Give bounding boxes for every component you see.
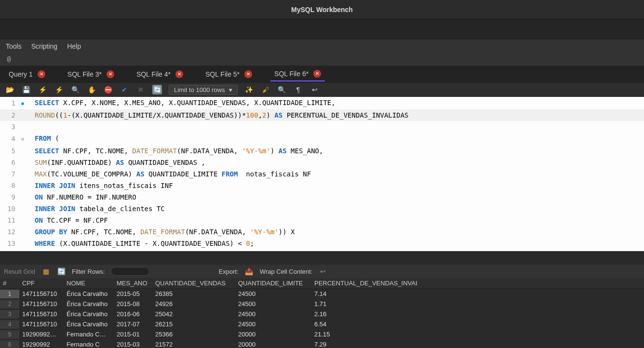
row-number[interactable]: 6 bbox=[0, 340, 19, 348]
row-number[interactable]: 1 bbox=[0, 290, 19, 298]
cell[interactable]: 19290992 bbox=[19, 340, 64, 348]
row-number[interactable]: 3 bbox=[0, 310, 19, 319]
cell[interactable]: 25366 bbox=[152, 330, 235, 339]
table-row[interactable]: 21471156710Érica Carvalho2015-0824926245… bbox=[0, 299, 644, 309]
cell[interactable]: Érica Carvalho bbox=[64, 299, 114, 308]
tab-sql-file-3-[interactable]: SQL File 3*✕ bbox=[64, 67, 118, 81]
cell[interactable]: Érica Carvalho bbox=[64, 320, 114, 329]
cell[interactable]: 20000 bbox=[235, 340, 311, 348]
cell[interactable]: 26385 bbox=[152, 289, 235, 298]
cell[interactable]: Fernando C… bbox=[64, 330, 114, 339]
refresh-icon[interactable]: 🔄 bbox=[56, 267, 66, 276]
sql-editor[interactable]: 1●SELECT X.CPF, X.NOME, X.MES_ANO, X.QUA… bbox=[0, 97, 644, 251]
editor-line[interactable]: 1●SELECT X.CPF, X.NOME, X.MES_ANO, X.QUA… bbox=[0, 97, 644, 109]
tab-sql-file-5-[interactable]: SQL File 5*✕ bbox=[201, 67, 256, 81]
close-tab-icon[interactable]: ✕ bbox=[244, 70, 252, 78]
explain-icon[interactable]: 🔍 bbox=[70, 85, 80, 94]
search-icon[interactable]: 🔍 bbox=[277, 85, 287, 94]
invisible-chars-icon[interactable]: ¶ bbox=[294, 85, 303, 94]
menu-tools[interactable]: Tools bbox=[6, 42, 22, 50]
code-content[interactable]: SELECT X.CPF, X.NOME, X.MES_ANO, X.QUANT… bbox=[29, 97, 335, 109]
result-grid[interactable]: #CPFNOMEMES_ANOQUANTIDADE_VENDASQUANTIDA… bbox=[0, 278, 644, 348]
editor-line[interactable]: 9ON NF.NUMERO = INF.NUMERO bbox=[0, 191, 644, 203]
export-icon[interactable]: 📤 bbox=[244, 267, 254, 276]
cell[interactable]: 2015-01 bbox=[114, 330, 152, 339]
find-icon[interactable]: 🖌 bbox=[261, 85, 270, 94]
row-number[interactable]: 4 bbox=[0, 320, 19, 329]
menu-scripting[interactable]: Scripting bbox=[31, 42, 57, 50]
table-row[interactable]: 31471156710Érica Carvalho2016-0625042245… bbox=[0, 309, 644, 319]
editor-line[interactable]: 8INNER JOIN itens_notas_fiscais INF bbox=[0, 180, 644, 191]
cell[interactable]: 24926 bbox=[152, 299, 235, 308]
stop-on-error-icon[interactable]: ⛔ bbox=[103, 85, 113, 94]
tab-sql-file-4-[interactable]: SQL File 4*✕ bbox=[133, 67, 187, 81]
beautify-icon[interactable]: ✨ bbox=[244, 85, 254, 94]
code-content[interactable]: SELECT NF.CPF, TC.NOME, DATE_FORMAT(NF.D… bbox=[29, 145, 323, 157]
autocommit-icon[interactable]: 🔄 bbox=[152, 85, 162, 94]
cell[interactable]: 19290992… bbox=[19, 330, 64, 339]
code-content[interactable]: INNER JOIN itens_notas_fiscais INF bbox=[29, 180, 173, 191]
cell[interactable]: 1471156710 bbox=[19, 289, 64, 298]
rollback-icon[interactable]: ✖ bbox=[136, 85, 146, 94]
tab-sql-file-6-[interactable]: SQL File 6*✕ bbox=[270, 67, 325, 81]
cell[interactable]: Fernando C bbox=[64, 340, 114, 348]
cell[interactable]: 6.54 bbox=[311, 320, 432, 329]
row-number[interactable]: 2 bbox=[0, 300, 19, 308]
editor-line[interactable]: 7MAX(TC.VOLUME_DE_COMPRA) AS QUANTIDADE_… bbox=[0, 168, 644, 180]
cell[interactable]: 2015-03 bbox=[114, 340, 152, 348]
cell[interactable]: 7.29 bbox=[311, 340, 432, 348]
cell[interactable]: 25042 bbox=[152, 309, 235, 319]
editor-line[interactable]: 3 bbox=[0, 121, 644, 133]
close-tab-icon[interactable]: ✕ bbox=[38, 70, 45, 78]
filter-rows-input[interactable] bbox=[111, 267, 149, 276]
menu-help[interactable]: Help bbox=[67, 42, 81, 50]
cell[interactable]: 20000 bbox=[235, 330, 311, 339]
code-content[interactable] bbox=[29, 121, 35, 133]
close-tab-icon[interactable]: ✕ bbox=[313, 70, 321, 78]
stop-icon[interactable]: ✋ bbox=[87, 85, 96, 94]
cell[interactable]: 1471156710 bbox=[19, 299, 64, 308]
cell[interactable]: 1.71 bbox=[311, 299, 432, 308]
column-header[interactable]: CPF bbox=[19, 279, 64, 288]
editor-line[interactable]: 2ROUND((1-(X.QUANTIDADE_LIMITE/X.QUANTID… bbox=[0, 109, 644, 121]
database-icon[interactable]: 🛢 bbox=[6, 55, 13, 63]
table-row[interactable]: 519290992…Fernando C…2015-01253662000021… bbox=[0, 329, 644, 339]
code-content[interactable]: ON NF.NUMERO = INF.NUMERO bbox=[29, 191, 136, 203]
column-header[interactable]: NOME bbox=[64, 279, 114, 288]
execute-current-icon[interactable]: ⚡ bbox=[54, 85, 64, 94]
wrap-icon[interactable]: ↩ bbox=[310, 85, 320, 94]
cell[interactable]: 2015-08 bbox=[114, 299, 152, 308]
grid-view-icon[interactable]: ▦ bbox=[41, 267, 51, 276]
code-content[interactable]: SUM(INF.QUANTIDADE) AS QUANTIDADE_VENDAS… bbox=[29, 157, 205, 168]
code-content[interactable]: FROM ( bbox=[29, 133, 59, 145]
save-file-icon[interactable]: 💾 bbox=[21, 85, 31, 94]
editor-line[interactable]: 11ON TC.CPF = NF.CPF bbox=[0, 214, 644, 226]
row-number[interactable]: 5 bbox=[0, 330, 19, 339]
table-row[interactable]: 619290992Fernando C2015-0321572200007.29 bbox=[0, 339, 644, 348]
cell[interactable]: 24500 bbox=[235, 320, 311, 329]
column-header[interactable]: # bbox=[0, 279, 19, 288]
code-content[interactable]: ON TC.CPF = NF.CPF bbox=[29, 214, 108, 226]
execute-icon[interactable]: ⚡ bbox=[38, 85, 47, 94]
editor-line[interactable]: 12GROUP BY NF.CPF, TC.NOME, DATE_FORMAT(… bbox=[0, 226, 644, 238]
wrap-cell-icon[interactable]: ↩ bbox=[318, 267, 328, 276]
editor-line[interactable]: 10INNER JOIN tabela_de_clientes TC bbox=[0, 203, 644, 214]
cell[interactable]: 26215 bbox=[152, 320, 235, 329]
cell[interactable]: Érica Carvalho bbox=[64, 309, 114, 319]
editor-line[interactable]: 13WHERE (X.QUANTIDADE_LIMITE - X.QUANTID… bbox=[0, 238, 644, 249]
code-content[interactable]: ROUND((1-(X.QUANTIDADE_LIMITE/X.QUANTIDA… bbox=[29, 109, 409, 121]
cell[interactable]: 2.16 bbox=[311, 309, 432, 319]
editor-line[interactable]: 6SUM(INF.QUANTIDADE) AS QUANTIDADE_VENDA… bbox=[0, 157, 644, 168]
cell[interactable]: 24500 bbox=[235, 309, 311, 319]
cell[interactable]: 1471156710 bbox=[19, 320, 64, 329]
column-header[interactable]: QUANTIDADE_LIMITE bbox=[235, 279, 311, 288]
code-content[interactable]: WHERE (X.QUANTIDADE_LIMITE - X.QUANTIDAD… bbox=[29, 238, 254, 249]
column-header[interactable]: QUANTIDADE_VENDAS bbox=[152, 279, 235, 288]
code-content[interactable]: INNER JOIN tabela_de_clientes TC bbox=[29, 203, 165, 214]
cell[interactable]: 1471156710 bbox=[19, 309, 64, 319]
close-tab-icon[interactable]: ✕ bbox=[175, 70, 183, 78]
table-row[interactable]: 41471156710Érica Carvalho2017-0726215245… bbox=[0, 319, 644, 329]
editor-line[interactable]: 4⊖FROM ( bbox=[0, 133, 644, 145]
panel-divider[interactable] bbox=[0, 251, 644, 265]
cell[interactable]: 2016-06 bbox=[114, 309, 152, 319]
